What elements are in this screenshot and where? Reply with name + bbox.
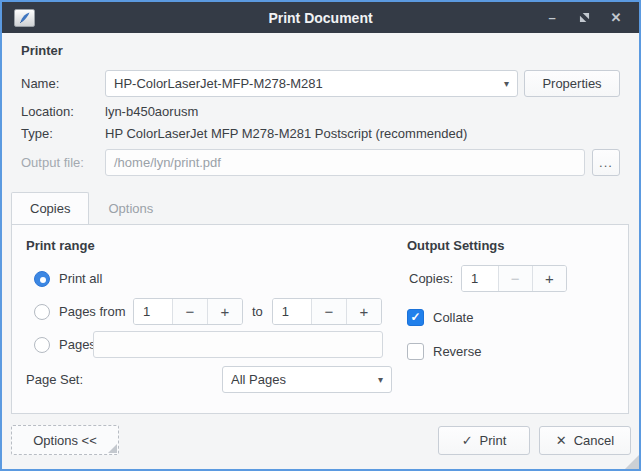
to-label: to <box>252 304 263 319</box>
printer-name-row: Name: HP-ColorLaserJet-MFP-M278-M281 ▾ P… <box>21 70 620 97</box>
copies-spinner: 1 − + <box>461 265 567 292</box>
type-label: Type: <box>21 126 105 141</box>
page-set-combobox[interactable]: All Pages ▾ <box>222 366 392 393</box>
output-file-field[interactable]: /home/lyn/print.pdf <box>105 149 585 176</box>
pages-from-radio[interactable] <box>34 304 50 320</box>
type-value: HP ColorLaserJet MFP M278-M281 Postscrip… <box>105 126 467 141</box>
reverse-checkbox[interactable] <box>407 343 424 360</box>
printer-name-label: Name: <box>21 76 105 91</box>
location-value: lyn-b450aorusm <box>105 104 198 119</box>
copies-value[interactable]: 1 <box>462 266 497 291</box>
maximize-icon[interactable] <box>573 7 595 29</box>
minimize-icon[interactable]: – <box>541 7 563 29</box>
app-icon <box>14 9 35 27</box>
copies-plus-button[interactable]: + <box>532 266 566 291</box>
page-from-value[interactable]: 1 <box>134 299 172 324</box>
quill-icon <box>17 11 32 25</box>
page-set-value: All Pages <box>231 372 372 387</box>
print-all-radio[interactable] <box>34 271 50 287</box>
footer-actions: ✓ Print ✕ Cancel <box>438 426 631 455</box>
printer-section-title: Printer <box>21 43 620 58</box>
copies-row: Copies: 1 − + <box>407 265 628 292</box>
pages-entry-wrap <box>93 331 383 358</box>
page-to-spinner: 1 − + <box>272 298 382 325</box>
dialog-content: Printer Name: HP-ColorLaserJet-MFP-M278-… <box>2 43 639 176</box>
page-from-minus-button[interactable]: − <box>172 299 207 324</box>
page-set-label: Page Set: <box>26 372 83 387</box>
print-all-label: Print all <box>59 271 102 286</box>
print-button-label: Print <box>480 433 507 448</box>
print-range-group: Print range Print all Pages from 1 − + t… <box>12 225 394 413</box>
chevron-down-icon: ▾ <box>498 78 509 89</box>
browse-button[interactable]: ... <box>592 149 620 176</box>
print-all-row: Print all <box>26 265 394 292</box>
printer-location-row: Location: lyn-b450aorusm <box>21 104 620 119</box>
tab-bar: Copies Options <box>11 192 629 224</box>
output-file-label: Output file: <box>21 155 105 170</box>
pages-from-label: Pages from <box>59 304 125 319</box>
pages-radio-cell: Pages <box>26 337 93 353</box>
pages-from-radio-cell: Pages from <box>26 304 133 320</box>
tab-copies[interactable]: Copies <box>11 192 89 224</box>
printer-type-row: Type: HP ColorLaserJet MFP M278-M281 Pos… <box>21 126 620 141</box>
window-controls: – ✕ <box>541 7 627 29</box>
page-to-minus-button[interactable]: − <box>311 299 346 324</box>
cancel-button[interactable]: ✕ Cancel <box>539 426 631 455</box>
button-corner-grip <box>108 444 117 453</box>
copies-minus-button[interactable]: − <box>498 266 532 291</box>
page-from-plus-button[interactable]: + <box>207 299 242 324</box>
printer-name-value: HP-ColorLaserJet-MFP-M278-M281 <box>114 76 498 91</box>
pages-label: Pages <box>59 337 96 352</box>
footer: Options << ✓ Print ✕ Cancel <box>11 425 631 455</box>
cross-icon: ✕ <box>556 433 567 448</box>
copies-label: Copies: <box>409 271 453 286</box>
check-icon: ✓ <box>462 433 473 448</box>
resize-grip[interactable] <box>625 455 639 469</box>
titlebar[interactable]: Print Document – ✕ <box>2 2 639 33</box>
print-button[interactable]: ✓ Print <box>438 426 530 455</box>
cancel-button-label: Cancel <box>574 433 614 448</box>
collate-checkbox[interactable]: ✓ <box>407 309 424 326</box>
output-file-row: Output file: /home/lyn/print.pdf ... <box>21 149 620 176</box>
output-settings-title: Output Settings <box>407 238 628 253</box>
location-label: Location: <box>21 104 105 119</box>
tab-options[interactable]: Options <box>89 192 172 224</box>
printer-name-combobox[interactable]: HP-ColorLaserJet-MFP-M278-M281 ▾ <box>105 70 518 97</box>
copies-tab-panel: Print range Print all Pages from 1 − + t… <box>11 224 629 414</box>
options-toggle-label: Options << <box>33 433 97 448</box>
pages-input[interactable] <box>102 332 374 357</box>
reverse-label: Reverse <box>433 344 481 359</box>
pages-row: Pages <box>26 331 394 358</box>
close-icon[interactable]: ✕ <box>605 7 627 29</box>
properties-button[interactable]: Properties <box>524 70 620 97</box>
page-from-spinner: 1 − + <box>133 298 243 325</box>
pages-radio[interactable] <box>34 337 50 353</box>
print-document-dialog: Print Document – ✕ Printer Name: HP-Colo… <box>0 0 641 471</box>
collate-row: ✓ Collate <box>407 308 628 326</box>
page-to-plus-button[interactable]: + <box>346 299 381 324</box>
collate-label: Collate <box>433 310 473 325</box>
reverse-row: Reverse <box>407 342 628 360</box>
page-set-row: Page Set: All Pages ▾ <box>26 366 394 393</box>
options-toggle-button[interactable]: Options << <box>11 425 119 455</box>
page-to-value[interactable]: 1 <box>273 299 311 324</box>
print-range-title: Print range <box>26 238 394 253</box>
chevron-down-icon: ▾ <box>372 374 383 385</box>
output-settings-group: Output Settings Copies: 1 − + ✓ Collate … <box>394 225 628 413</box>
pages-from-row: Pages from 1 − + to 1 − + <box>26 298 394 325</box>
